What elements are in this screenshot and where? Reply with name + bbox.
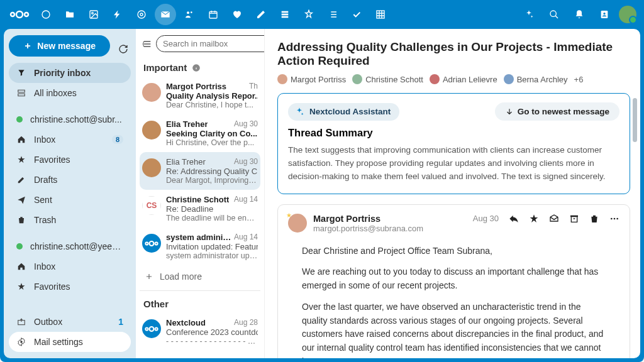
nav-priority-inbox[interactable]: Priority inbox	[9, 63, 131, 83]
search-icon[interactable]	[543, 4, 565, 25]
nav-account-2[interactable]: christine.schott@yeee...	[9, 236, 131, 256]
notifications-icon[interactable]	[569, 4, 590, 25]
message-item[interactable]: CS Christine SchottAug 14 Re: Deadline T…	[140, 190, 260, 228]
nav-trash[interactable]: Trash	[9, 210, 131, 230]
svg-point-27	[145, 242, 148, 244]
nav-account-1[interactable]: christine.schott@subr...	[9, 109, 131, 129]
participant[interactable]: Berna Archley	[504, 74, 568, 84]
svg-point-33	[611, 217, 613, 219]
info-icon[interactable]	[192, 63, 201, 72]
nav-favorites-2[interactable]: Favorites	[9, 277, 131, 297]
sender-avatar: ★	[288, 214, 307, 233]
search-input[interactable]	[156, 35, 265, 52]
dashboard-icon[interactable]	[35, 4, 57, 25]
nav-mail-settings[interactable]: Mail settings	[9, 332, 131, 352]
nav-drafts[interactable]: Drafts	[9, 170, 131, 190]
nextcloud-logo[interactable]	[8, 3, 31, 26]
nav-all-inboxes[interactable]: All inboxes	[9, 83, 131, 103]
more-actions-button[interactable]	[609, 214, 619, 224]
svg-point-30	[145, 327, 148, 330]
svg-point-1	[11, 13, 14, 16]
notes-icon[interactable]	[250, 4, 272, 25]
sender-avatar	[142, 83, 161, 102]
assistant-summary-box: Nextcloud Assistant Go to newest message…	[277, 93, 630, 194]
trash-icon	[16, 215, 26, 225]
pencil-icon	[16, 175, 26, 185]
assistant-sparkle-icon[interactable]	[518, 4, 540, 25]
participant[interactable]: Margot Portriss	[277, 74, 346, 84]
star-button[interactable]	[529, 214, 539, 224]
email-date: Aug 30	[473, 214, 499, 223]
participants-more[interactable]: +6	[574, 75, 584, 84]
tasks-check-icon[interactable]	[346, 4, 367, 25]
talk-icon[interactable]	[131, 4, 152, 25]
outbox-count: 1	[118, 317, 123, 327]
mail-content-pane: Addressing Quality Challenges in Our Pro…	[265, 29, 640, 358]
mark-read-button[interactable]	[549, 214, 559, 224]
nav-outbox[interactable]: Outbox 1	[9, 312, 131, 332]
email-body: Dear Christine and Project Office Team S…	[288, 233, 619, 358]
tables-icon[interactable]	[370, 4, 391, 25]
svg-point-28	[155, 242, 158, 244]
activity-icon[interactable]	[107, 4, 128, 25]
new-message-button[interactable]: New message	[9, 35, 110, 57]
refresh-button[interactable]	[115, 41, 131, 57]
nav-inbox-1[interactable]: Inbox 8	[9, 129, 131, 150]
svg-rect-32	[570, 215, 578, 217]
assistant-label[interactable]: Nextcloud Assistant	[288, 103, 399, 121]
nav-inbox-2[interactable]: Inbox	[9, 256, 131, 277]
delete-button[interactable]	[589, 214, 599, 224]
photos-icon[interactable]	[83, 4, 104, 25]
app-switcher-icons	[35, 4, 391, 25]
user-avatar-menu[interactable]	[619, 6, 636, 23]
participant[interactable]: Adrian Lelievre	[430, 74, 497, 84]
star-badge-icon: ★	[286, 212, 292, 219]
svg-point-9	[191, 11, 192, 13]
inbox-badge: 8	[112, 135, 123, 144]
calendar-icon[interactable]	[203, 4, 224, 25]
svg-rect-10	[209, 11, 217, 18]
message-list-pane: Important Margot PortrissTh Quality Anal…	[136, 29, 265, 358]
contacts-menu-icon[interactable]	[594, 4, 615, 25]
message-item[interactable]: Elia TreherAug 30 Re: Addressing Quality…	[140, 152, 260, 190]
load-more-button[interactable]: Load more	[140, 265, 260, 288]
sender-avatar	[142, 234, 161, 253]
section-important: Important	[140, 57, 260, 77]
svg-rect-11	[282, 11, 289, 13]
collapse-sidebar-button[interactable]	[142, 37, 152, 51]
email-message-card: ★ Margot Portriss margot.portriss@subran…	[277, 204, 630, 358]
sender-avatar	[142, 121, 161, 140]
svg-point-6	[138, 11, 145, 18]
email-from-address: margot.portriss@subrana.com	[313, 224, 467, 233]
svg-rect-14	[377, 11, 384, 18]
sender-avatar	[142, 319, 161, 338]
go-to-newest-button[interactable]: Go to newest message	[495, 102, 619, 121]
deck-icon[interactable]	[274, 4, 296, 25]
nav-favorites-1[interactable]: Favorites	[9, 150, 131, 170]
mail-icon[interactable]	[155, 4, 176, 25]
health-icon[interactable]	[226, 4, 248, 25]
star-icon	[16, 155, 26, 165]
status-dot-icon	[16, 116, 23, 123]
archive-button[interactable]	[569, 214, 579, 224]
svg-rect-13	[282, 16, 289, 18]
priority-icon	[16, 68, 26, 78]
message-item[interactable]: NextcloudAug 28 Conference 2023 countdow…	[140, 313, 260, 351]
bookmarks-icon[interactable]	[298, 4, 319, 25]
thread-participants: Margot Portriss Christine Schott Adrian …	[277, 74, 630, 84]
message-item[interactable]: Margot PortrissTh Quality Analysis Repor…	[140, 77, 260, 114]
svg-rect-18	[18, 90, 25, 92]
participant[interactable]: Christine Schott	[352, 74, 423, 84]
sparkle-icon	[294, 107, 304, 117]
send-icon	[16, 195, 26, 205]
contacts-icon[interactable]	[179, 4, 200, 25]
svg-point-17	[603, 13, 605, 14]
svg-point-21	[20, 341, 23, 343]
message-item[interactable]: system administra...Aug 14 Invitation up…	[140, 228, 260, 265]
nav-sent[interactable]: Sent	[9, 190, 131, 210]
reply-button[interactable]	[509, 214, 519, 224]
scrollbar[interactable]	[633, 98, 637, 142]
files-icon[interactable]	[59, 4, 80, 25]
tasks-list-icon[interactable]	[322, 4, 343, 25]
message-item[interactable]: Elia TreherAug 30 Seeking Clarity on Co.…	[140, 114, 260, 152]
